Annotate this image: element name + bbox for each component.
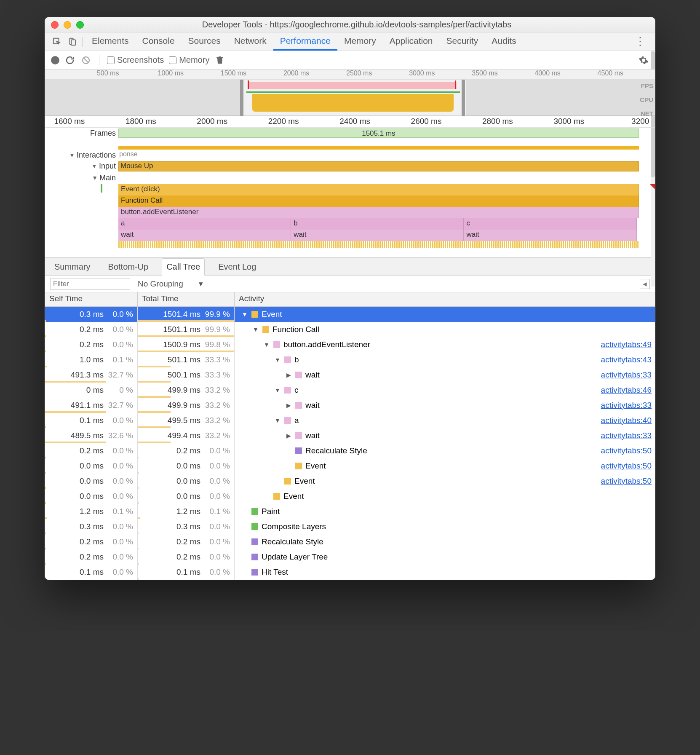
bottom-tab-call-tree[interactable]: Call Tree bbox=[162, 258, 205, 276]
tree-row[interactable]: 0.2 ms0.0 %1501.1 ms99.9 %▼Function Call bbox=[45, 322, 655, 337]
close-button[interactable] bbox=[51, 21, 59, 29]
tree-row[interactable]: 0.2 ms0.0 %0.2 ms0.0 %Recalculate Style bbox=[45, 534, 655, 549]
main-tab-memory[interactable]: Memory bbox=[337, 32, 383, 51]
source-link[interactable]: activitytabs:33 bbox=[601, 401, 652, 410]
overview-body[interactable]: FPS CPU NET bbox=[45, 80, 655, 116]
main-tab-performance[interactable]: Performance bbox=[273, 32, 337, 51]
event-click-bar[interactable]: Event (click) bbox=[118, 184, 639, 195]
frame-bar[interactable]: 1505.1 ms bbox=[118, 129, 639, 138]
source-link[interactable]: activitytabs:49 bbox=[601, 340, 652, 349]
inspect-icon[interactable] bbox=[51, 36, 63, 48]
memory-checkbox[interactable]: Memory bbox=[169, 55, 209, 65]
filter-input[interactable] bbox=[50, 278, 130, 290]
clear-icon[interactable] bbox=[80, 55, 91, 66]
activity-cell: ▼Function Call bbox=[235, 322, 655, 337]
listener-bar[interactable]: button.addEventListener bbox=[118, 207, 639, 218]
disclosure-icon[interactable]: ▼ bbox=[263, 341, 270, 348]
source-link[interactable]: activitytabs:33 bbox=[601, 370, 652, 380]
minimize-button[interactable] bbox=[64, 21, 71, 29]
disclosure-icon[interactable]: ▼ bbox=[92, 174, 98, 181]
overview-handle-right[interactable] bbox=[462, 80, 465, 116]
wait-bar[interactable]: wait bbox=[464, 230, 636, 241]
tree-row[interactable]: 0.2 ms0.0 %0.2 ms0.0 %Update Layer Tree bbox=[45, 549, 655, 565]
c-bar[interactable]: c bbox=[464, 218, 636, 230]
source-link[interactable]: activitytabs:40 bbox=[601, 416, 652, 425]
overview-handle-left[interactable] bbox=[240, 80, 243, 116]
tree-row[interactable]: 491.1 ms32.7 %499.9 ms33.2 %▶waitactivit… bbox=[45, 398, 655, 413]
source-link[interactable]: activitytabs:43 bbox=[601, 355, 652, 364]
overview-panel[interactable]: 500 ms1000 ms1500 ms2000 ms2500 ms3000 m… bbox=[45, 70, 655, 116]
tree-row[interactable]: 0.2 ms0.0 %0.2 ms0.0 %Recalculate Stylea… bbox=[45, 443, 655, 458]
maximize-button[interactable] bbox=[76, 21, 84, 29]
tree-row[interactable]: 0.0 ms0.0 %0.0 ms0.0 %Event bbox=[45, 489, 655, 504]
tree-row[interactable]: 0.0 ms0.0 %0.0 ms0.0 %Eventactivitytabs:… bbox=[45, 458, 655, 474]
memory-input[interactable] bbox=[169, 56, 176, 64]
mouseup-bar[interactable]: Mouse Up bbox=[118, 161, 639, 171]
source-link[interactable]: activitytabs:50 bbox=[601, 446, 652, 455]
disclosure-icon[interactable]: ▼ bbox=[241, 311, 248, 318]
tree-row[interactable]: 0.3 ms0.0 %0.3 ms0.0 %Composite Layers bbox=[45, 519, 655, 534]
screenshots-checkbox[interactable]: Screenshots bbox=[107, 55, 164, 65]
main-tab-console[interactable]: Console bbox=[136, 32, 182, 51]
col-self-time[interactable]: Self Time bbox=[45, 292, 138, 306]
bottom-tab-summary[interactable]: Summary bbox=[50, 259, 95, 275]
function-call-bar[interactable]: Function Call bbox=[118, 195, 639, 207]
a-bar[interactable]: a bbox=[118, 218, 291, 230]
main-tab-network[interactable]: Network bbox=[227, 32, 273, 51]
tree-row[interactable]: 1.0 ms0.1 %501.1 ms33.3 %▼bactivitytabs:… bbox=[45, 352, 655, 367]
tree-row[interactable]: 0.0 ms0.0 %0.0 ms0.0 %Eventactivitytabs:… bbox=[45, 474, 655, 489]
overflow-menu-icon[interactable]: ⋮ bbox=[630, 35, 651, 48]
wait-bar[interactable]: wait bbox=[118, 230, 291, 241]
grouping-select[interactable]: No Grouping ▾ bbox=[138, 279, 203, 289]
call-tree[interactable]: 0.3 ms0.0 %1501.4 ms99.9 %▼Event0.2 ms0.… bbox=[45, 307, 655, 580]
record-button[interactable] bbox=[51, 56, 59, 64]
b-bar[interactable]: b bbox=[291, 218, 464, 230]
tree-row[interactable]: 1.2 ms0.1 %1.2 ms0.1 %Paint bbox=[45, 504, 655, 519]
source-link[interactable]: activitytabs:33 bbox=[601, 431, 652, 440]
tree-row[interactable]: 491.3 ms32.7 %500.1 ms33.3 %▶waitactivit… bbox=[45, 367, 655, 383]
source-link[interactable]: activitytabs:46 bbox=[601, 386, 652, 395]
flame-chart[interactable]: Frames 1505.1 ms ▼Interactions ponse ▼In… bbox=[45, 128, 655, 258]
disclosure-icon[interactable]: ▶ bbox=[285, 372, 292, 378]
details-tabbar: SummaryBottom-UpCall TreeEvent Log bbox=[45, 258, 655, 276]
color-swatch bbox=[284, 356, 291, 363]
marker bbox=[101, 184, 102, 193]
disclosure-icon[interactable]: ▶ bbox=[285, 432, 292, 439]
tree-row[interactable]: 0 ms0 %499.9 ms33.2 %▼cactivitytabs:46 bbox=[45, 383, 655, 398]
reload-icon[interactable] bbox=[64, 55, 75, 66]
tree-row[interactable]: 0.1 ms0.0 %0.1 ms0.0 %Hit Test bbox=[45, 565, 655, 580]
disclosure-icon[interactable]: ▼ bbox=[274, 417, 281, 424]
disclosure-icon[interactable]: ▼ bbox=[274, 356, 281, 363]
source-link[interactable]: activitytabs:50 bbox=[601, 461, 652, 471]
settings-icon[interactable] bbox=[638, 55, 649, 66]
source-link[interactable]: activitytabs:50 bbox=[601, 477, 652, 486]
trash-icon[interactable] bbox=[214, 55, 225, 66]
activity-label: c bbox=[294, 386, 299, 395]
collapse-icon[interactable]: ◂ bbox=[640, 279, 650, 289]
main-tab-sources[interactable]: Sources bbox=[182, 32, 227, 51]
main-tab-audits[interactable]: Audits bbox=[485, 32, 523, 51]
disclosure-icon[interactable]: ▼ bbox=[252, 326, 259, 333]
activity-cell: Recalculate Style bbox=[235, 534, 655, 549]
screenshots-input[interactable] bbox=[107, 56, 115, 64]
col-activity[interactable]: Activity bbox=[235, 292, 655, 306]
disclosure-icon[interactable]: ▼ bbox=[69, 152, 75, 158]
disclosure-icon[interactable]: ▼ bbox=[274, 387, 281, 394]
wait-bar[interactable]: wait bbox=[291, 230, 464, 241]
bottom-tab-event-log[interactable]: Event Log bbox=[214, 259, 260, 275]
tree-row[interactable]: 0.2 ms0.0 %1500.9 ms99.8 %▼button.addEve… bbox=[45, 337, 655, 352]
disclosure-icon[interactable]: ▶ bbox=[285, 402, 292, 409]
main-tab-elements[interactable]: Elements bbox=[85, 32, 136, 51]
disclosure-icon[interactable]: ▼ bbox=[91, 163, 97, 169]
bottom-tab-bottom-up[interactable]: Bottom-Up bbox=[104, 259, 153, 275]
main-tab-security[interactable]: Security bbox=[439, 32, 485, 51]
main-tab-application[interactable]: Application bbox=[383, 32, 440, 51]
tree-row[interactable]: 0.3 ms0.0 %1501.4 ms99.9 %▼Event bbox=[45, 307, 655, 322]
main-label: Main bbox=[99, 174, 116, 182]
titlebar: Developer Tools - https://googlechrome.g… bbox=[45, 17, 655, 32]
tree-row[interactable]: 0.1 ms0.0 %499.5 ms33.2 %▼aactivitytabs:… bbox=[45, 413, 655, 428]
col-total-time[interactable]: Total Time bbox=[138, 292, 235, 306]
device-icon[interactable] bbox=[66, 36, 78, 48]
tree-row[interactable]: 489.5 ms32.6 %499.4 ms33.2 %▶waitactivit… bbox=[45, 428, 655, 443]
activity-label: Recalculate Style bbox=[262, 537, 323, 546]
